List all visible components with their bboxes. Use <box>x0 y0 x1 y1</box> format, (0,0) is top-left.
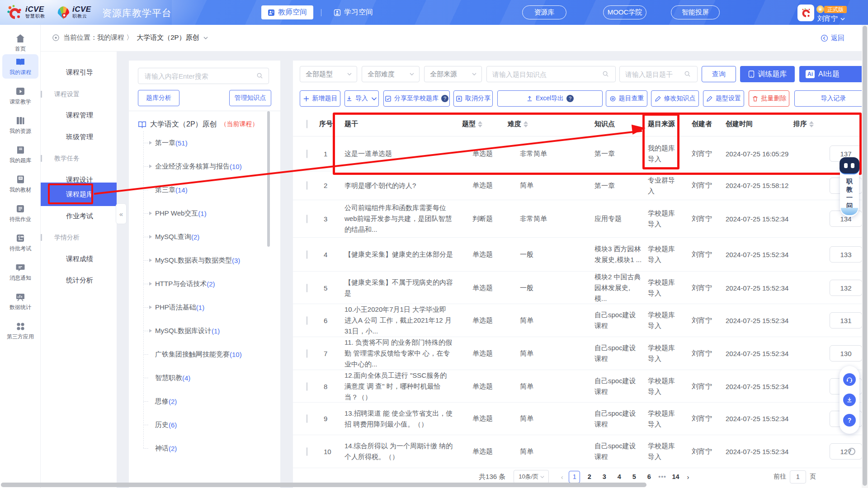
expand-arrow-icon[interactable] <box>149 211 152 215</box>
screencast-button[interactable]: 智能投屏 <box>671 5 720 19</box>
page-button-6[interactable]: 6 <box>643 471 655 483</box>
tree-root-course[interactable]: 大学语文（2P）原创 （当前课程） <box>138 117 259 131</box>
expand-arrow-icon[interactable] <box>149 305 152 309</box>
tree-node-PHP Web交互[interactable]: PHP Web交互(1) <box>149 206 207 220</box>
expand-arrow-icon[interactable] <box>149 235 152 239</box>
prev-page-button[interactable]: ‹ <box>557 473 567 481</box>
table-row[interactable]: 1014.综合所得以 为一个周期计缴 纳的个人所得税。（）单选题简单自己spoc… <box>293 435 868 468</box>
tree-node-企业经济业务核算与报告[interactable]: 企业经济业务核算与报告(10) <box>149 160 242 173</box>
rail-item-我的资源[interactable]: 我的资源 <box>2 113 38 137</box>
row-checkbox[interactable] <box>307 150 307 158</box>
tree-node-第一章[interactable]: 第一章(51) <box>149 136 188 150</box>
tree-node-MySQL查询[interactable]: MySQL查询(2) <box>149 230 199 244</box>
teacher-space-tab[interactable]: 教师空间 <box>261 5 313 19</box>
sidebar-item-课程成绩[interactable]: 课程成绩 <box>41 249 117 270</box>
tree-node-HTTP与会话技术[interactable]: HTTP与会话技术(2) <box>149 277 215 291</box>
collapse-panel-handle[interactable]: « <box>116 203 127 224</box>
horizontal-scrollbar[interactable] <box>1 483 646 487</box>
resource-lib-button[interactable]: 资源库 <box>522 5 566 19</box>
row-checkbox[interactable] <box>307 215 307 223</box>
toolbar-button-新增题目[interactable]: 新增题目 <box>300 90 340 107</box>
sort-carets-icon[interactable] <box>809 121 814 127</box>
sidebar-item-统计分析[interactable]: 统计分析 <box>41 270 117 291</box>
sort-order-input[interactable]: 133 <box>830 246 862 263</box>
expand-arrow-icon[interactable] <box>149 258 152 262</box>
row-checkbox[interactable] <box>307 414 307 423</box>
row-checkbox[interactable] <box>307 284 307 292</box>
sidebar-item-课程题库[interactable]: 课程题库 <box>41 183 117 206</box>
avatar[interactable] <box>797 5 814 21</box>
row-checkbox[interactable] <box>307 349 307 358</box>
table-row[interactable]: 1这是一道单选题单选题非常简单第一章我的题库导入刘宵宁2024-07-25 16… <box>293 136 868 171</box>
tree-search-input[interactable] <box>138 68 269 84</box>
breadcrumb-path[interactable]: 我的课程 <box>97 33 124 41</box>
row-checkbox[interactable] <box>307 181 307 190</box>
user-menu[interactable]: 刘宵宁 <box>817 14 845 23</box>
table-row[interactable]: 3公司前端组件库和函数库需要每位web前端开发参与共建，是团队智慧的结晶和...… <box>293 200 868 238</box>
table-row[interactable]: 2李明是哪个朝代的诗人?单选题简单第一章专业群导入刘宵宁2024-07-25 1… <box>293 171 868 200</box>
rail-item-课堂教学[interactable]: 课堂教学 <box>2 84 38 108</box>
sidebar-item-班级管理[interactable]: 班级管理 <box>41 127 117 148</box>
tree-node-智慧职教[interactable]: 智慧职教(4) <box>149 371 190 385</box>
toolbar-button-导入[interactable]: 导入 <box>344 90 379 107</box>
table-row[interactable]: 913.招聘渠道 能 使企业节省支出，使招 聘费用降到最小值。（）单选题简单自己… <box>293 403 868 435</box>
sort-carets-icon[interactable] <box>478 121 482 127</box>
sort-order-input[interactable]: 132 <box>830 280 862 296</box>
filter-source-select[interactable]: 全部来源 <box>424 66 482 82</box>
download-button[interactable] <box>843 394 856 406</box>
sort-order-input[interactable]: 131 <box>830 312 862 328</box>
tree-node-广铁集团接触网技能竞赛[interactable]: 广铁集团接触网技能竞赛(10) <box>149 347 242 361</box>
toolbar-button-修改知识点[interactable]: 修改知识点 <box>651 90 699 107</box>
breadcrumb-current[interactable]: 大学语文（2P）原创 <box>137 33 199 42</box>
customer-service-button[interactable] <box>843 373 856 386</box>
page-ellipsis[interactable]: ••• <box>658 473 666 480</box>
row-checkbox[interactable] <box>307 447 307 456</box>
mooc-button[interactable]: MOOC学院 <box>603 5 646 19</box>
sort-carets-icon[interactable] <box>524 121 528 127</box>
filter-type-select[interactable]: 全部题型 <box>300 66 357 82</box>
tree-node-神话[interactable]: 神话(2) <box>149 441 177 455</box>
page-button-4[interactable]: 4 <box>613 471 625 483</box>
back-button[interactable]: 返回 <box>821 34 844 42</box>
sidebar-item-课程管理[interactable]: 课程管理 <box>41 105 117 126</box>
filter-difficulty-select[interactable]: 全部难度 <box>362 66 420 82</box>
learn-space-tab[interactable]: 学习空间 <box>334 5 373 19</box>
table-row[interactable]: 5【健康史采集】不属于现病史的内容是单选题一般模块2 中国古典园林发展史,模..… <box>293 272 868 304</box>
bank-analysis-button[interactable]: 题库分析 <box>138 90 179 106</box>
page-button-3[interactable]: 3 <box>599 471 610 483</box>
page-button-5[interactable]: 5 <box>628 471 640 483</box>
page-button-2[interactable]: 2 <box>584 471 595 483</box>
rail-item-待批作业[interactable]: 待批作业 <box>2 201 38 225</box>
expand-arrow-icon[interactable] <box>149 141 152 145</box>
rail-item-首页[interactable]: 首页 <box>2 31 38 55</box>
toolbar-button-取消分享[interactable]: 取消分享 <box>453 90 493 107</box>
sidebar-item-课程引导[interactable]: 课程引导 <box>41 62 117 83</box>
tree-node-MySQL数据表与数据类型[interactable]: MySQL数据表与数据类型(3) <box>149 253 240 267</box>
toolbar-button-题目查重[interactable]: 题目查重 <box>606 90 647 107</box>
page-button-1[interactable]: 1 <box>569 471 580 483</box>
row-checkbox[interactable] <box>307 382 307 391</box>
row-checkbox[interactable] <box>307 250 307 259</box>
row-checkbox[interactable] <box>307 316 307 325</box>
page-size-select[interactable]: 10条/页 <box>514 470 549 483</box>
next-page-button[interactable]: › <box>683 473 693 481</box>
tree-node-PHP语法基础[interactable]: PHP语法基础(1) <box>149 300 204 314</box>
help-icon[interactable]: ? <box>441 95 448 102</box>
assistant-widget[interactable]: 职教一问 <box>839 157 860 217</box>
rail-item-数据统计[interactable]: 数据统计 <box>2 289 38 314</box>
expand-arrow-icon[interactable] <box>149 329 152 333</box>
toolbar-button-导入记录[interactable]: 导入记录 <box>794 90 868 107</box>
toolbar-button-分享至学校题库[interactable]: 分享至学校题库? <box>383 90 450 107</box>
help-icon[interactable]: ? <box>566 95 574 102</box>
ai-generate-button[interactable]: Ai AI出题 <box>799 66 868 82</box>
query-button[interactable]: 查询 <box>702 66 736 82</box>
tree-scrollbar[interactable] <box>267 111 270 247</box>
table-row[interactable]: 711. 负责将不同 的业务部门特殊的假勤 管理需求反馈给专家中 心，在专业中心… <box>293 337 868 370</box>
manage-kp-button[interactable]: 管理知识点 <box>229 90 271 106</box>
column-header-排序[interactable]: 排序 <box>793 120 868 128</box>
toolbar-button-题型设置[interactable]: 题型设置 <box>703 90 744 107</box>
rail-item-我的教材[interactable]: 我的教材 <box>2 172 38 196</box>
goto-page-input[interactable]: 1 <box>790 470 806 483</box>
filter-kp-input[interactable] <box>486 66 616 82</box>
rail-item-消息通知[interactable]: 消息通知 <box>2 260 38 284</box>
